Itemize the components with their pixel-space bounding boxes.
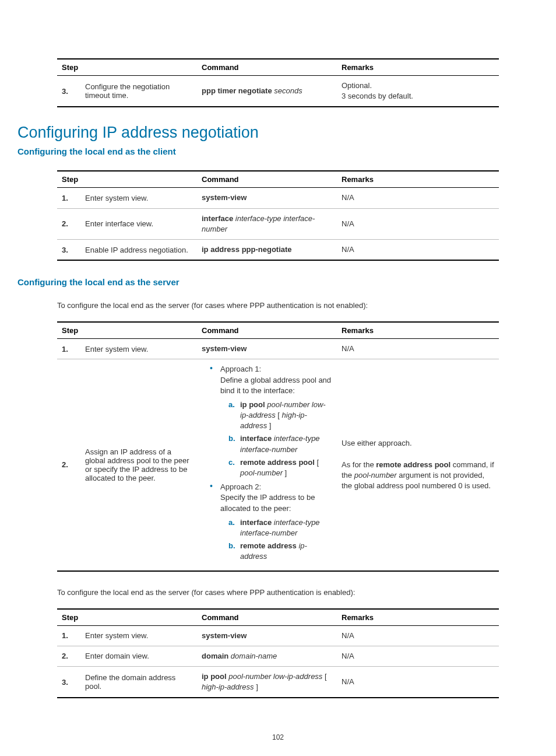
remarks-cell: N/A [337, 625, 499, 646]
table-row: 1. Enter system view. system-view N/A [57, 339, 499, 359]
step-number: 3. [57, 239, 80, 260]
remarks-cell: N/A [337, 239, 499, 260]
table-row: 3. Configure the negotiation timeout tim… [57, 76, 499, 107]
th-command: Command [197, 322, 337, 339]
command-cell: system-view [197, 339, 337, 359]
step-text: Enter system view. [80, 339, 197, 359]
th-step: Step [57, 171, 197, 188]
th-command: Command [197, 171, 337, 188]
th-remarks: Remarks [337, 609, 499, 626]
th-step: Step [57, 609, 197, 626]
step-number: 3. [57, 666, 80, 698]
step-number: 1. [57, 188, 80, 208]
step-text: Configure the negotiation timeout time. [80, 76, 197, 107]
th-remarks: Remarks [337, 59, 499, 76]
step-number: 2. [57, 359, 80, 571]
remarks-cell: Use either approach.As for the remote ad… [337, 359, 499, 571]
table-row: 2. Assign an IP address of a global addr… [57, 359, 499, 571]
command-cell: ppp timer negotiate seconds [197, 76, 337, 107]
remarks-cell: N/A [337, 339, 499, 359]
th-step: Step [57, 322, 197, 339]
th-step: Step [57, 59, 197, 76]
subsection-heading-client: Configuring the local end as the client [17, 146, 499, 156]
remarks-cell: N/A [337, 188, 499, 208]
step-number: 1. [57, 625, 80, 646]
table-row: 3. Enable IP address negotiation. ip add… [57, 239, 499, 260]
th-command: Command [197, 609, 337, 626]
table-row: 3. Define the domain address pool. ip po… [57, 666, 499, 698]
table-negotiation-timeout: Step Command Remarks 3. Configure the ne… [57, 58, 499, 107]
table-server-auth: Step Command Remarks 1. Enter system vie… [57, 608, 499, 699]
table-row: 1. Enter system view. system-view N/A [57, 188, 499, 208]
step-text: Assign an IP address of a global address… [80, 359, 197, 571]
subsection-heading-server: Configuring the local end as the server [17, 277, 499, 287]
step-number: 2. [57, 646, 80, 666]
table-client: Step Command Remarks 1. Enter system vie… [57, 170, 499, 261]
paragraph: To configure the local end as the server… [57, 301, 499, 310]
command-cell: system-view [197, 625, 337, 646]
remarks-cell: N/A [337, 646, 499, 666]
step-text: Enter system view. [80, 188, 197, 208]
table-row: 2. Enter interface view. interface inter… [57, 208, 499, 239]
th-command: Command [197, 59, 337, 76]
command-cell: ip pool pool-number low-ip-address [ hig… [197, 666, 337, 698]
step-text: Enter domain view. [80, 646, 197, 666]
table-server-noauth: Step Command Remarks 1. Enter system vie… [57, 321, 499, 571]
step-text: Enter interface view. [80, 208, 197, 239]
step-number: 3. [57, 76, 80, 107]
command-cell: ip address ppp-negotiate [197, 239, 337, 260]
remarks-cell: N/A [337, 666, 499, 698]
approach-2: Approach 2: Specify the IP address to be… [210, 482, 332, 562]
paragraph: To configure the local end as the server… [57, 588, 499, 597]
step-text: Enable IP address negotiation. [80, 239, 197, 260]
command-cell: system-view [197, 188, 337, 208]
th-remarks: Remarks [337, 322, 499, 339]
approach-1: Approach 1: Define a global address pool… [210, 364, 332, 478]
remarks-cell: Optional. 3 seconds by default. [337, 76, 499, 107]
remarks-cell: N/A [337, 208, 499, 239]
th-remarks: Remarks [337, 171, 499, 188]
step-text: Enter system view. [80, 625, 197, 646]
step-text: Define the domain address pool. [80, 666, 197, 698]
step-number: 1. [57, 339, 80, 359]
command-cell: interface interface-type interface-numbe… [197, 208, 337, 239]
command-cell: Approach 1: Define a global address pool… [197, 359, 337, 571]
table-row: 1. Enter system view. system-view N/A [57, 625, 499, 646]
table-row: 2. Enter domain view. domain domain-name… [57, 646, 499, 666]
command-cell: domain domain-name [197, 646, 337, 666]
section-heading: Configuring IP address negotiation [17, 124, 499, 142]
step-number: 2. [57, 208, 80, 239]
page-number: 102 [57, 733, 499, 741]
